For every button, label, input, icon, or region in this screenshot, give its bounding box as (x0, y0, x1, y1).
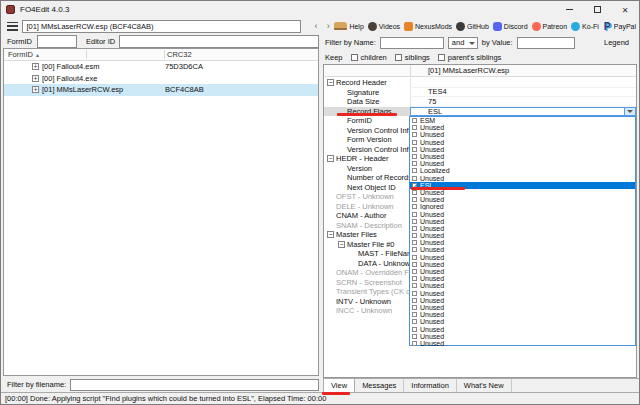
expand-plus-icon[interactable]: + (32, 75, 39, 82)
checkbox-icon[interactable] (412, 212, 417, 217)
expand-minus-icon[interactable]: − (327, 231, 334, 238)
checkbox-icon[interactable] (412, 319, 417, 324)
keep-checkbox-option[interactable]: children (351, 53, 387, 62)
expand-minus-icon[interactable] (338, 117, 345, 124)
checkbox-icon[interactable] (412, 168, 417, 173)
checkbox-icon[interactable] (412, 190, 417, 195)
expand-minus-icon[interactable] (327, 288, 334, 295)
flag-option[interactable]: Unused (410, 210, 635, 217)
checkbox-icon[interactable] (412, 176, 417, 181)
expand-minus-icon[interactable] (338, 184, 345, 191)
checkbox-icon[interactable] (412, 197, 417, 202)
formid-input[interactable] (37, 35, 77, 48)
checkbox-icon[interactable] (412, 247, 417, 252)
tab[interactable]: Information (404, 379, 457, 392)
flag-option[interactable]: Unused (410, 124, 635, 131)
toolbar-link[interactable]: PayPal (603, 22, 636, 31)
checkbox-icon[interactable] (412, 240, 417, 245)
flag-option[interactable]: Unused (410, 146, 635, 153)
toolbar-link[interactable]: NexusMods (404, 22, 452, 31)
flag-option[interactable]: Unused (410, 318, 635, 325)
checkbox-icon[interactable] (412, 312, 417, 317)
checkbox-icon[interactable] (412, 305, 417, 310)
column-header-formid[interactable]: FormID▴ (8, 50, 39, 59)
expand-minus-icon[interactable]: − (327, 79, 334, 86)
checkbox-icon[interactable] (412, 298, 417, 303)
expand-minus-icon[interactable] (338, 89, 345, 96)
expand-minus-icon[interactable] (327, 212, 334, 219)
filter-operator-select[interactable]: and (448, 37, 478, 49)
expand-minus-icon[interactable] (327, 222, 334, 229)
checkbox-icon[interactable] (395, 54, 402, 61)
checkbox-icon[interactable] (412, 132, 417, 137)
checkbox-icon[interactable] (412, 125, 417, 130)
tab[interactable]: View (323, 378, 355, 392)
plugin-selector[interactable]: [01] MMsLaserRCW.esp (BCF4C8AB) (22, 20, 300, 33)
checkbox-icon[interactable] (412, 118, 417, 123)
checkbox-icon[interactable] (412, 291, 417, 296)
toolbar-link[interactable]: Videos (368, 22, 400, 31)
minimize-button[interactable] (555, 1, 583, 18)
plugin-row[interactable]: + [00] Fallout4.exe (4, 73, 318, 85)
filter-filename-input[interactable] (70, 379, 319, 391)
editorid-input[interactable] (119, 35, 319, 48)
toolbar-link[interactable]: Help (334, 22, 363, 30)
expand-minus-icon[interactable] (338, 136, 345, 143)
keep-checkbox-option[interactable]: siblings (395, 53, 430, 62)
flag-option[interactable]: Localized (410, 167, 635, 174)
checkbox-icon[interactable] (412, 226, 417, 231)
toolbar-link[interactable]: Ko-Fi (571, 22, 599, 31)
flag-option[interactable]: Unused (410, 311, 635, 318)
checkbox-icon[interactable] (412, 269, 417, 274)
checkbox-icon[interactable] (412, 327, 417, 332)
flag-option[interactable]: Unused (410, 268, 635, 275)
column-header-crc32[interactable]: CRC32 (167, 50, 192, 59)
flag-option[interactable]: Unused (410, 225, 635, 232)
expand-minus-icon[interactable] (338, 127, 345, 134)
plugin-row[interactable]: + [01] MMsLaserRCW.esp BCF4C8AB (4, 84, 318, 96)
checkbox-icon[interactable] (412, 255, 417, 260)
flag-option[interactable]: Unused (410, 297, 635, 304)
record-row[interactable]: Signature TES4 (324, 88, 636, 98)
expand-minus-icon[interactable] (338, 98, 345, 105)
field-value-cell[interactable]: ESL (410, 107, 636, 117)
flag-option[interactable]: Unused (410, 282, 635, 289)
expand-minus-icon[interactable] (349, 250, 356, 257)
keep-checkbox-option[interactable]: parent's siblings (438, 53, 502, 62)
forward-icon[interactable] (322, 20, 334, 33)
expand-minus-icon[interactable] (327, 203, 334, 210)
checkbox-icon[interactable] (412, 283, 417, 288)
toolbar-link[interactable]: Discord (493, 22, 528, 31)
field-value-cell[interactable]: TES4 (410, 88, 636, 98)
expand-minus-icon[interactable] (338, 165, 345, 172)
checkbox-icon[interactable] (412, 341, 417, 346)
plugin-row[interactable]: + [00] Fallout4.esm 75D3D6CA (4, 61, 318, 73)
flag-option[interactable]: Unused (410, 139, 635, 146)
expand-minus-icon[interactable] (327, 279, 334, 286)
field-value-cell[interactable]: 75 (410, 97, 636, 107)
field-value-cell[interactable] (410, 78, 636, 88)
close-button[interactable] (611, 1, 639, 18)
expand-plus-icon[interactable]: + (32, 86, 39, 93)
expand-minus-icon[interactable]: − (338, 241, 345, 248)
flag-option[interactable]: Unused (410, 304, 635, 311)
checkbox-icon[interactable] (412, 147, 417, 152)
flag-option[interactable]: Unused (410, 196, 635, 203)
flag-option[interactable]: Unused (410, 290, 635, 297)
expand-plus-icon[interactable]: + (32, 63, 39, 70)
toolbar-link[interactable]: Patreon (532, 22, 568, 31)
flag-option[interactable]: Unused (410, 333, 635, 340)
flag-option[interactable]: Unused (410, 160, 635, 167)
tab[interactable]: Messages (355, 379, 404, 392)
expand-minus-icon[interactable] (338, 146, 345, 153)
flag-option[interactable]: ESM (410, 117, 635, 124)
filter-value-input[interactable] (517, 37, 575, 49)
record-row[interactable]: Data Size 75 (324, 97, 636, 107)
checkbox-icon[interactable] (412, 154, 417, 159)
checkbox-icon[interactable] (438, 54, 445, 61)
record-row[interactable]: − Record Header (324, 78, 636, 88)
expand-minus-icon[interactable] (327, 193, 334, 200)
checkbox-icon[interactable] (412, 276, 417, 281)
expand-minus-icon[interactable] (327, 298, 334, 305)
expand-minus-icon[interactable] (349, 260, 356, 267)
